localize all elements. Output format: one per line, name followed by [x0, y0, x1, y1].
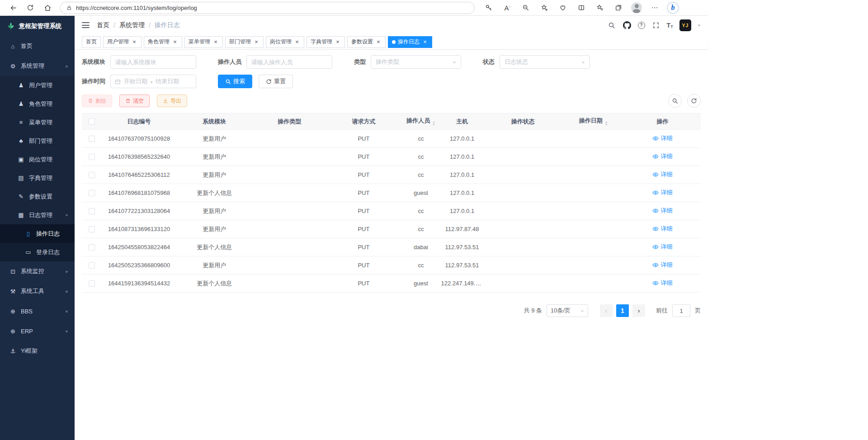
detail-link[interactable]: 详细 — [652, 279, 672, 287]
more-options-icon[interactable]: ⋯ — [649, 2, 660, 14]
sidebar-item-monitor[interactable]: ⊡系统监控∨ — [0, 261, 75, 281]
sidebar-item-home[interactable]: ⌂首页 — [0, 36, 75, 56]
tag-close-icon[interactable]: × — [212, 39, 219, 45]
tag-post[interactable]: 岗位管理× — [266, 36, 304, 48]
select-all-checkbox[interactable] — [89, 118, 95, 125]
breadcrumb-item[interactable]: 系统管理 — [119, 21, 145, 29]
sidebar-item-erp[interactable]: ⊕ERP∨ — [0, 321, 75, 341]
tag-close-icon[interactable]: × — [294, 39, 300, 45]
sidebar-item-menu[interactable]: ≡菜单管理 — [0, 113, 75, 132]
detail-link[interactable]: 详细 — [652, 243, 672, 251]
row-checkbox[interactable] — [89, 172, 95, 178]
sidebar-item-operlog[interactable]: ▯操作日志 — [0, 224, 75, 243]
detail-link[interactable]: 详细 — [652, 152, 672, 161]
tag-operlog[interactable]: 操作日志× — [388, 36, 432, 48]
goto-page-input[interactable] — [672, 304, 690, 317]
collections-icon[interactable] — [613, 2, 624, 14]
tag-close-icon[interactable]: × — [375, 39, 382, 45]
help-icon[interactable]: ? — [638, 22, 645, 29]
sidebar-item-yiframe[interactable]: ⚓Yi框架 — [0, 341, 75, 361]
tag-close-icon[interactable]: × — [131, 39, 137, 45]
detail-link[interactable]: 详细 — [652, 207, 672, 215]
next-page-button[interactable]: › — [632, 304, 645, 317]
start-date-placeholder: 开始日期 — [124, 77, 147, 85]
chevron-down-icon[interactable]: ∨ — [698, 24, 701, 27]
row-checkbox[interactable] — [89, 208, 95, 214]
sidebar-item-role[interactable]: ♟角色管理 — [0, 95, 75, 113]
read-aloud-icon[interactable]: A⁾ — [501, 2, 513, 14]
refresh-icon — [691, 98, 697, 104]
tag-home[interactable]: 首页 — [82, 36, 101, 48]
tag-close-icon[interactable]: × — [253, 39, 259, 45]
sidebar-item-post[interactable]: ▣岗位管理 — [0, 150, 75, 169]
zoom-out-icon[interactable] — [520, 2, 532, 14]
sidebar-item-config[interactable]: ✎参数设置 — [0, 187, 75, 206]
prev-page-button[interactable]: ‹ — [600, 304, 613, 317]
cell-status — [483, 130, 563, 148]
tag-menu[interactable]: 菜单管理× — [184, 36, 223, 48]
search-icon[interactable] — [607, 21, 616, 30]
sidebar-item-system[interactable]: ⚙系统管理∧ — [0, 56, 75, 76]
type-filter-select[interactable]: 操作类型 ∨ — [371, 55, 461, 69]
detail-link[interactable]: 详细 — [652, 225, 672, 233]
breadcrumb-item[interactable]: 首页 — [97, 21, 109, 29]
browser-profile-avatar[interactable] — [631, 2, 642, 13]
tag-close-icon[interactable]: × — [335, 39, 341, 45]
row-checkbox[interactable] — [89, 190, 95, 196]
browser-back-button[interactable] — [6, 1, 20, 14]
tag-user[interactable]: 用户管理× — [103, 36, 142, 48]
tag-dept[interactable]: 部门管理× — [225, 36, 264, 48]
sidebar-item-bbs[interactable]: ⊕BBS∨ — [0, 301, 75, 321]
delete-button[interactable]: 删除 — [82, 95, 112, 107]
page-number-button[interactable]: 1 — [616, 304, 629, 317]
tag-dict[interactable]: 字典管理× — [307, 36, 345, 48]
show-search-button[interactable] — [668, 94, 682, 108]
row-checkbox[interactable] — [89, 262, 95, 269]
tag-close-icon[interactable]: × — [422, 39, 428, 45]
browser-refresh-button[interactable] — [24, 1, 37, 14]
page-size-select[interactable]: 10条/页 ∨ — [547, 304, 588, 317]
row-checkbox[interactable] — [89, 226, 95, 232]
row-checkbox[interactable] — [89, 154, 95, 160]
detail-link[interactable]: 详细 — [652, 261, 672, 269]
search-button[interactable]: 搜索 — [218, 75, 252, 88]
browser-home-button[interactable] — [41, 1, 54, 14]
user-avatar[interactable]: YJ — [679, 19, 691, 31]
sidebar-item-dept[interactable]: ♣部门管理 — [0, 132, 75, 150]
fullscreen-icon[interactable] — [651, 21, 660, 30]
sidebar-item-dict[interactable]: ▤字典管理 — [0, 169, 75, 187]
sidebar-item-loginlog[interactable]: ▭登录日志 — [0, 243, 75, 261]
status-filter-select[interactable]: 日志状态 ∨ — [500, 55, 590, 69]
sidebar-item-user[interactable]: ♟用户管理 — [0, 76, 75, 95]
split-screen-icon[interactable] — [576, 2, 587, 14]
key-icon[interactable] — [483, 2, 495, 14]
tag-close-icon[interactable]: × — [172, 39, 178, 45]
detail-link[interactable]: 详细 — [652, 189, 672, 197]
sort-caret-icon[interactable]: ▲▼ — [432, 121, 435, 126]
font-size-icon[interactable]: TT — [667, 22, 673, 29]
row-checkbox[interactable] — [89, 244, 95, 251]
export-button[interactable]: 导出 — [157, 95, 187, 107]
tag-role[interactable]: 角色管理× — [144, 36, 182, 48]
github-icon[interactable] — [623, 21, 632, 30]
row-checkbox[interactable] — [89, 280, 95, 287]
favorites-bar-icon[interactable] — [594, 2, 606, 14]
reset-button[interactable]: 重置 — [259, 75, 293, 88]
refresh-table-button[interactable] — [687, 94, 701, 108]
sidebar-item-log[interactable]: ▦日志管理∧ — [0, 206, 75, 224]
clear-button[interactable]: 清空 — [119, 95, 150, 107]
date-range-picker[interactable]: 开始日期 - 结束日期 — [110, 75, 196, 88]
tag-config[interactable]: 参数设置× — [347, 36, 386, 48]
sort-caret-icon[interactable]: ▲▼ — [605, 121, 608, 126]
module-filter-input[interactable] — [110, 55, 196, 69]
copilot-icon[interactable]: b — [667, 2, 679, 14]
sidebar-toggle-icon[interactable] — [82, 22, 90, 28]
detail-link[interactable]: 详细 — [652, 170, 672, 179]
browser-url-bar[interactable]: https://ccnetcore.com:1101/system/log/op… — [60, 2, 475, 14]
operator-filter-input[interactable] — [246, 55, 332, 69]
browser-essentials-icon[interactable] — [557, 2, 569, 14]
favorites-add-icon[interactable] — [538, 2, 550, 14]
row-checkbox[interactable] — [89, 136, 95, 142]
detail-link[interactable]: 详细 — [652, 134, 672, 142]
sidebar-item-tools[interactable]: ⚒系统工具∨ — [0, 281, 75, 301]
